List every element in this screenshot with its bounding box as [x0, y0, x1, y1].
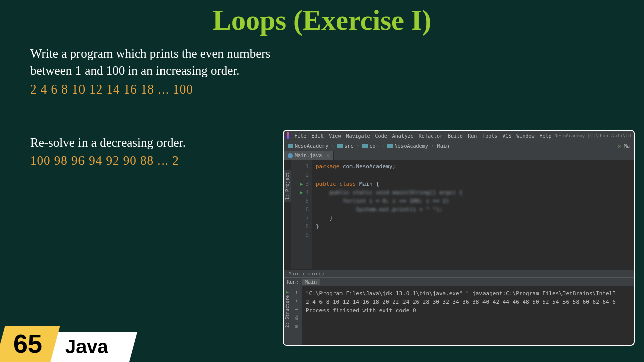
- run-panel: Run: Main ▶ ■ ⚙ ↑ ↓ ⇥ ⎙ 🗑 "C:\Program Fi…: [284, 277, 634, 345]
- editor-crumb-footer: Main › main(): [284, 269, 634, 277]
- console-output[interactable]: "C:\Program Files\Java\jdk-13.0.1\bin\ja…: [302, 286, 634, 345]
- menu-edit[interactable]: Edit: [309, 133, 326, 139]
- chevron-right-icon: ›: [431, 143, 434, 149]
- trash-icon[interactable]: 🗑: [294, 323, 299, 329]
- run-toolbar: ↑ ↓ ⇥ ⎙ 🗑: [291, 286, 302, 345]
- menu-tools[interactable]: Tools: [480, 133, 499, 139]
- chevron-right-icon: ›: [331, 143, 334, 149]
- editor-tabs: Main.java ×: [284, 151, 634, 160]
- menu-file[interactable]: File: [292, 133, 308, 139]
- problem2-text: Re-solve in a decreasing order.: [30, 134, 292, 151]
- up-icon[interactable]: ↑: [295, 289, 298, 295]
- problem1-sequence: 2 4 6 8 10 12 14 16 18 ... 100: [30, 82, 614, 97]
- menu-refactor[interactable]: Refactor: [417, 133, 445, 139]
- ide-breadcrumb-bar: NesoAcademy › src › com › NesoAcademy › …: [284, 141, 634, 151]
- menu-analyze[interactable]: Analyze: [390, 133, 416, 139]
- menu-vcs[interactable]: VCS: [500, 133, 513, 139]
- chevron-right-icon: ›: [381, 143, 384, 149]
- run-config-selector[interactable]: Ma: [624, 143, 630, 149]
- menu-build[interactable]: Build: [446, 133, 465, 139]
- ide-window: File Edit View Navigate Code Analyze Ref…: [283, 130, 635, 346]
- problem2-sequence: 100 98 96 94 92 90 88 ... 2: [30, 154, 292, 168]
- side-tab-project[interactable]: 1: Project: [284, 170, 291, 202]
- java-file-icon: [288, 153, 293, 158]
- menu-navigate[interactable]: Navigate: [344, 133, 372, 139]
- print-icon[interactable]: ⎙: [295, 315, 298, 320]
- menu-window[interactable]: Window: [514, 133, 536, 139]
- folder-icon: [337, 144, 343, 148]
- problem1-line1: Write a program which prints the even nu…: [30, 45, 614, 62]
- folder-icon: [387, 144, 393, 148]
- down-icon[interactable]: ↓: [295, 298, 298, 303]
- build-icon[interactable]: ⚒: [618, 143, 621, 149]
- page-title: Loops (Exercise I): [0, 0, 644, 36]
- gutter: 1 2 ▶3 ▶4 5 6 7 8 9: [291, 160, 312, 269]
- menu-view[interactable]: View: [327, 133, 343, 139]
- folder-icon: [288, 144, 293, 148]
- badge-area: 65 Java: [0, 326, 133, 362]
- tab-label: Main.java: [295, 153, 322, 158]
- breadcrumb-src[interactable]: src: [337, 143, 353, 149]
- folder-icon: [362, 144, 368, 148]
- breadcrumb-class[interactable]: Main: [437, 143, 449, 149]
- ide-logo-icon: [287, 132, 289, 139]
- problem1-line2: between 1 and 100 in an increasing order…: [30, 62, 614, 79]
- menu-help[interactable]: Help: [537, 133, 553, 139]
- run-label: Run:: [287, 279, 299, 285]
- wrap-icon[interactable]: ⇥: [295, 306, 298, 312]
- chevron-right-icon: ›: [356, 143, 359, 149]
- ide-menubar: File Edit View Navigate Code Analyze Ref…: [284, 131, 634, 141]
- window-title-text: NesoAcademy [C:\Users\ali\IdeaProjects\N…: [555, 133, 631, 138]
- menu-run[interactable]: Run: [466, 133, 479, 139]
- run-panel-header: Run: Main: [284, 278, 634, 286]
- run-gutter-icon[interactable]: ▶: [300, 188, 303, 197]
- run-gutter-icon[interactable]: ▶: [300, 179, 303, 188]
- editor-area: 1: Project 1 2 ▶3 ▶4 5 6 7 8 9 package c…: [284, 160, 634, 269]
- badge-label: Java: [46, 332, 137, 362]
- breadcrumb-com[interactable]: com: [362, 143, 378, 149]
- code-editor[interactable]: package com.NesoAcademy; public class Ma…: [312, 160, 466, 269]
- run-tab-main[interactable]: Main: [302, 279, 320, 285]
- side-tab-structure[interactable]: 2: Structure: [284, 293, 291, 330]
- breadcrumb-pkg[interactable]: NesoAcademy: [387, 143, 428, 149]
- close-icon[interactable]: ×: [326, 153, 329, 158]
- breadcrumb-root[interactable]: NesoAcademy: [288, 143, 328, 149]
- menu-code[interactable]: Code: [373, 133, 389, 139]
- tab-main-java[interactable]: Main.java ×: [284, 151, 334, 160]
- badge-number: 65: [0, 326, 60, 362]
